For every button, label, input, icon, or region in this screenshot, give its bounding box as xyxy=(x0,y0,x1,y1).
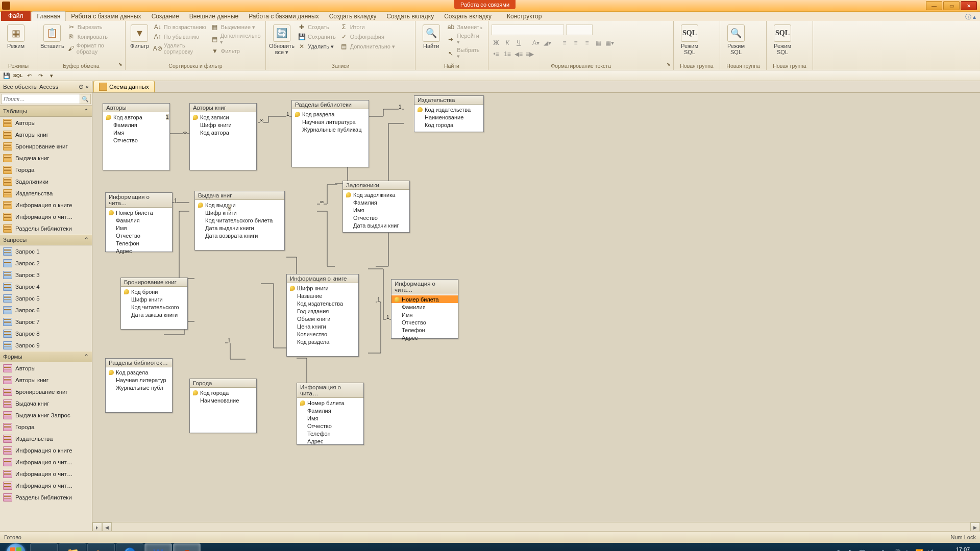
table-header[interactable]: Авторы xyxy=(103,104,169,112)
field-row[interactable]: Код раздела xyxy=(106,368,172,376)
field-row[interactable]: Номер билета xyxy=(106,209,172,216)
tab-addtab-3[interactable]: Создать вкладку xyxy=(439,12,497,21)
paste-button[interactable]: 📋Вставить xyxy=(40,22,64,49)
field-row[interactable]: Код издательства xyxy=(414,106,483,113)
nav-item[interactable]: Разделы библиотеки xyxy=(0,222,92,234)
minimize-button[interactable]: — xyxy=(926,1,942,10)
field-row[interactable]: Отчество xyxy=(343,214,409,221)
nav-item[interactable]: Запрос 5 xyxy=(0,292,92,304)
qat-undo[interactable]: ↶ xyxy=(24,71,34,80)
field-row[interactable]: Отчество xyxy=(103,136,169,144)
field-row[interactable]: Код автора xyxy=(190,129,256,136)
field-row[interactable]: Код брони xyxy=(121,288,187,295)
table-header[interactable]: Информация о чита… xyxy=(106,193,172,208)
find-button[interactable]: 🔍Найти xyxy=(419,22,444,49)
table-header[interactable]: Разделы библиотек… xyxy=(106,359,172,367)
nav-item[interactable]: Запрос 8 xyxy=(0,328,92,339)
align-left-button[interactable]: ≡ xyxy=(560,38,569,47)
nav-item[interactable]: Задолжники xyxy=(0,176,92,187)
field-row[interactable]: Код записи xyxy=(190,113,256,121)
table-header[interactable]: Информация о книге xyxy=(287,274,358,283)
field-row[interactable]: Фамилия xyxy=(103,121,169,129)
format-painter-button[interactable]: 🖌Формат по образцу xyxy=(66,42,122,55)
qat-sql[interactable]: SQL xyxy=(13,71,22,80)
bold-button[interactable]: Ж xyxy=(492,38,501,47)
nav-item[interactable]: Информация о книге xyxy=(0,444,92,456)
nav-item[interactable]: Авторы книг xyxy=(0,129,92,140)
font-color-button[interactable]: A▾ xyxy=(531,38,541,47)
align-right-button[interactable]: ≡ xyxy=(582,38,592,47)
relationships-canvas[interactable]: АвторыКод автораФамилияИмяОтчество Автор… xyxy=(92,93,980,531)
field-row[interactable]: Адрес xyxy=(106,247,172,255)
clipboard-launcher[interactable]: ⬊ xyxy=(117,62,124,69)
save-record-button[interactable]: 💾Сохранить xyxy=(297,32,337,41)
table-header[interactable]: Информация о чита… xyxy=(391,280,458,294)
table-bron[interactable]: Бронирование книгКод брониШифр книгиКод … xyxy=(120,278,188,330)
field-row[interactable]: Код города xyxy=(414,121,483,129)
tray-sync-icon[interactable]: ↻ xyxy=(881,549,890,551)
taskbar-clock[interactable]: 17:0704.11.2013 xyxy=(949,546,977,551)
field-row[interactable]: Журнальные публикац xyxy=(292,126,369,133)
field-row[interactable]: Имя xyxy=(391,311,458,318)
taskbar-word[interactable]: W xyxy=(144,543,172,551)
table-razdely[interactable]: Разделы библиотекиКод разделаНаучная лит… xyxy=(291,100,369,167)
field-row[interactable]: Код раздела xyxy=(287,338,358,345)
field-row[interactable]: Шифр книги xyxy=(121,295,187,303)
field-row[interactable]: Количество xyxy=(287,330,358,338)
field-row[interactable]: Научная литератур xyxy=(106,376,172,384)
clear-sort-button[interactable]: A⊘Удалить сортировку xyxy=(153,42,208,55)
table-info-kniga[interactable]: Информация о книгеШифр книгиНазваниеКод … xyxy=(286,274,359,357)
spelling-button[interactable]: ✓Орфография xyxy=(339,32,396,41)
field-row[interactable]: Номер билета xyxy=(297,399,363,407)
taskbar-chrome[interactable]: 🔵 xyxy=(116,543,143,551)
table-header[interactable]: Бронирование книг xyxy=(121,278,187,287)
field-row[interactable]: Отчество xyxy=(391,318,458,326)
maximize-button[interactable]: ▭ xyxy=(943,1,960,10)
field-row[interactable]: Шифр книги xyxy=(195,209,284,216)
nav-item[interactable]: Запрос 7 xyxy=(0,316,92,328)
nav-item[interactable]: Бронирование книг xyxy=(0,386,92,397)
field-row[interactable]: Код читательского билета xyxy=(195,216,284,224)
nav-item[interactable]: Запрос 6 xyxy=(0,304,92,316)
underline-button[interactable]: Ч xyxy=(514,38,523,47)
qat-save[interactable]: 💾 xyxy=(2,71,11,80)
field-row[interactable]: Имя xyxy=(106,224,172,232)
tab-designer[interactable]: Конструктор xyxy=(502,12,547,21)
field-row[interactable]: Имя xyxy=(297,414,363,422)
nav-item[interactable]: Запрос 3 xyxy=(0,269,92,281)
field-row[interactable]: Адрес xyxy=(297,437,363,445)
field-row[interactable]: Код задолжника xyxy=(343,191,409,198)
sql-mode-button-1[interactable]: SQLРежим SQL xyxy=(677,22,702,55)
tab-addtab-1[interactable]: Создать вкладку xyxy=(324,12,382,21)
nav-item[interactable]: Города xyxy=(0,164,92,176)
gridlines-button[interactable]: ▦ xyxy=(594,38,603,47)
tab-dbtools2[interactable]: Работа с базами данных xyxy=(243,12,324,21)
italic-button[interactable]: К xyxy=(503,38,512,47)
table-header[interactable]: Выдача книг xyxy=(195,191,284,200)
field-row[interactable]: Код выдачи xyxy=(195,201,284,209)
qat-redo[interactable]: ↷ xyxy=(36,71,45,80)
nav-item[interactable]: Выдача книг Запрос xyxy=(0,409,92,421)
close-button[interactable]: ✕ xyxy=(961,1,977,10)
field-row[interactable]: Фамилия xyxy=(343,198,409,206)
nav-item[interactable]: Запрос 4 xyxy=(0,281,92,292)
qat-customize[interactable]: ▾ xyxy=(47,71,56,80)
filter-button[interactable]: ▼Фильтр xyxy=(129,22,151,49)
nav-header[interactable]: Все объекты Access⊙ « xyxy=(0,81,92,93)
field-row[interactable]: Код автора xyxy=(103,113,169,121)
delete-record-button[interactable]: ✕Удалить ▾ xyxy=(297,42,337,51)
view-mode-button[interactable]: ▦Режим xyxy=(3,22,29,49)
scroll-right-icon[interactable]: ▶ xyxy=(970,522,980,531)
new-record-button[interactable]: ✚Создать xyxy=(297,22,337,32)
toggle-filter-button[interactable]: ▼Фильтр xyxy=(210,46,262,56)
table-header[interactable]: Разделы библиотеки xyxy=(292,101,369,109)
field-row[interactable]: Журнальные публ xyxy=(106,384,172,391)
nav-item[interactable]: Информация о чит… xyxy=(0,468,92,480)
tray-help-icon[interactable]: ? xyxy=(837,549,845,551)
sql-mode-button-2[interactable]: 🔍Режим SQL xyxy=(723,22,749,55)
table-info-chit-2[interactable]: Информация о чита…Номер билетаФамилияИмя… xyxy=(391,279,458,339)
sql-mode-button-3[interactable]: SQLРежим SQL xyxy=(770,22,795,55)
field-row[interactable]: Отчество xyxy=(297,422,363,430)
nav-item[interactable]: Информация о чит… xyxy=(0,456,92,468)
nav-item[interactable]: Информация о книге xyxy=(0,199,92,211)
